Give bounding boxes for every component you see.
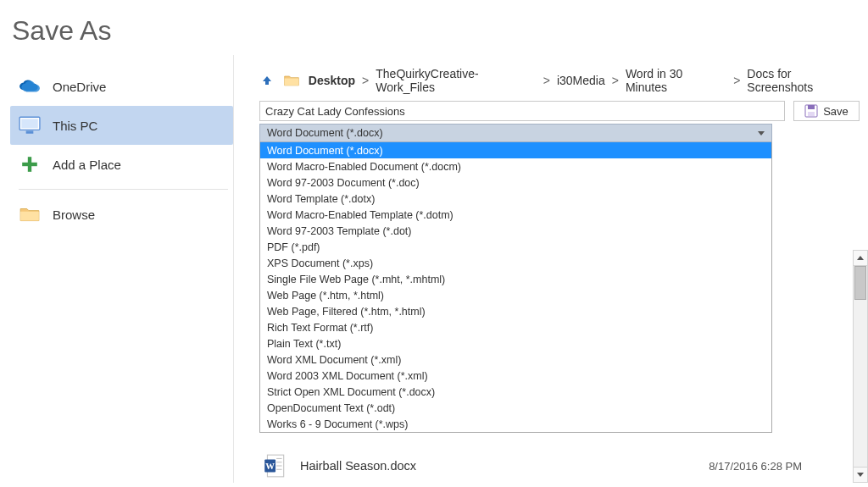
svg-rect-7	[808, 112, 815, 116]
sidebar-item-label: Add a Place	[53, 158, 121, 172]
up-icon[interactable]	[259, 73, 275, 88]
folder-icon	[19, 203, 41, 225]
file-type-option[interactable]: PDF (*.pdf)	[260, 239, 771, 255]
file-type-option[interactable]: Strict Open XML Document (*.docx)	[260, 384, 771, 400]
svg-rect-2	[26, 131, 34, 134]
file-date: 8/17/2016 6:28 PM	[709, 460, 810, 473]
page-title: Save As	[0, 0, 868, 55]
file-type-option[interactable]: OpenDocument Text (*.odt)	[260, 400, 771, 416]
breadcrumb-segment[interactable]: i30Media	[557, 74, 605, 87]
file-type-option[interactable]: Web Page (*.htm, *.html)	[260, 287, 771, 303]
file-type-option[interactable]: Word Template (*.dotx)	[260, 191, 771, 207]
file-type-select[interactable]: Word Document (*.docx) Word Document (*.…	[259, 124, 772, 142]
svg-rect-1	[21, 119, 38, 128]
folder-icon[interactable]	[283, 74, 300, 87]
sidebar-item-label: Browse	[53, 208, 95, 222]
file-type-option[interactable]: Single File Web Page (*.mht, *.mhtml)	[260, 271, 771, 287]
this-pc-icon	[19, 114, 41, 136]
chevron-right-icon[interactable]: >	[362, 74, 369, 87]
file-type-option[interactable]: Plain Text (*.txt)	[260, 335, 771, 351]
sidebar-divider	[19, 189, 228, 190]
onedrive-icon	[19, 75, 41, 97]
file-type-option[interactable]: Word 2003 XML Document (*.xml)	[260, 368, 771, 384]
chevron-up-icon	[857, 256, 864, 260]
file-type-option[interactable]: Works 6 - 9 Document (*.wps)	[260, 416, 771, 432]
main-panel: Desktop > TheQuirkyCreative-Work_Files >…	[233, 55, 868, 483]
file-type-option[interactable]: XPS Document (*.xps)	[260, 255, 771, 271]
breadcrumb-segment[interactable]: Desktop	[309, 74, 355, 87]
file-type-option[interactable]: Word Macro-Enabled Document (*.docm)	[260, 158, 771, 174]
scroll-up-button[interactable]	[854, 251, 867, 266]
save-button[interactable]: Save	[793, 101, 860, 121]
svg-rect-4	[22, 163, 37, 166]
file-type-option[interactable]: Word XML Document (*.xml)	[260, 351, 771, 368]
file-row[interactable]: W How Well Can Cats Taste.docx 8/17/2016…	[259, 483, 810, 487]
file-type-option[interactable]: Word 97-2003 Document (*.doc)	[260, 174, 771, 191]
sidebar-item-add-place[interactable]: Add a Place	[10, 145, 233, 184]
file-type-selected-label: Word Document (*.docx)	[267, 127, 383, 139]
scroll-thumb[interactable]	[854, 266, 866, 300]
file-type-option[interactable]: Word Macro-Enabled Template (*.dotm)	[260, 207, 771, 223]
sidebar-item-label: This PC	[53, 119, 97, 133]
breadcrumb-segment[interactable]: Word in 30 Minutes	[626, 67, 726, 94]
chevron-right-icon[interactable]: >	[733, 74, 740, 87]
file-row[interactable]: W Hairball Season.docx 8/17/2016 6:28 PM	[259, 449, 810, 483]
scroll-down-button[interactable]	[854, 467, 867, 482]
file-name: Hairball Season.docx	[300, 459, 709, 473]
file-type-option[interactable]: Web Page, Filtered (*.htm, *.html)	[260, 303, 771, 319]
file-type-option[interactable]: Word 97-2003 Template (*.dot)	[260, 223, 771, 239]
file-type-option[interactable]: Word Document (*.docx)	[260, 142, 771, 158]
chevron-down-icon	[857, 473, 864, 477]
file-type-option[interactable]: Rich Text Format (*.rtf)	[260, 319, 771, 335]
breadcrumb: Desktop > TheQuirkyCreative-Work_Files >…	[259, 67, 860, 94]
breadcrumb-segment[interactable]: TheQuirkyCreative-Work_Files	[376, 67, 536, 94]
chevron-down-icon	[758, 131, 765, 136]
sidebar: OneDrive This PC Add a Place Browse	[0, 55, 233, 483]
sidebar-item-onedrive[interactable]: OneDrive	[10, 67, 233, 106]
file-type-selected[interactable]: Word Document (*.docx)	[259, 124, 772, 142]
sidebar-item-this-pc[interactable]: This PC	[10, 106, 233, 145]
vertical-scrollbar[interactable]	[853, 250, 868, 483]
add-place-icon	[19, 153, 41, 175]
file-list: W Hairball Season.docx 8/17/2016 6:28 PM…	[259, 449, 810, 487]
chevron-right-icon[interactable]: >	[612, 74, 619, 87]
breadcrumb-segment[interactable]: Docs for Screenshots	[747, 67, 860, 94]
word-doc-icon: W	[263, 453, 288, 479]
sidebar-item-label: OneDrive	[53, 80, 106, 94]
sidebar-item-browse[interactable]: Browse	[10, 195, 233, 234]
save-button-label: Save	[823, 105, 849, 118]
file-type-dropdown: Word Document (*.docx) Word Macro-Enable…	[259, 142, 772, 433]
filename-input[interactable]	[259, 101, 785, 121]
chevron-right-icon[interactable]: >	[543, 74, 550, 87]
save-icon	[804, 104, 818, 118]
svg-rect-6	[808, 105, 815, 109]
svg-text:W: W	[265, 461, 275, 471]
